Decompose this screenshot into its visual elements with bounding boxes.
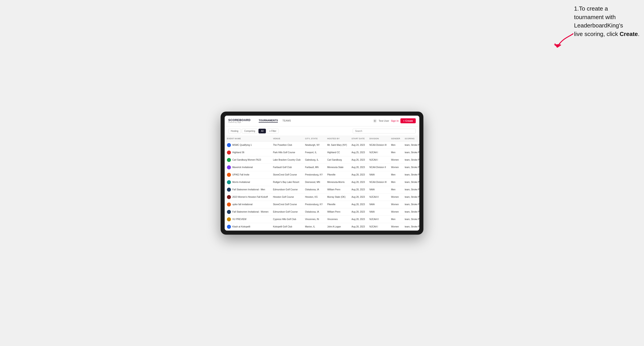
cell-city-state: Galesburg, IL xyxy=(303,156,325,164)
cell-start-date: Aug 24, 2023 xyxy=(349,141,367,149)
cell-venue: Faribault Golf Club xyxy=(270,164,302,171)
table-row: Klash at Kokopelli Kokopelli Golf Club M… xyxy=(225,223,419,230)
cell-start-date: Aug 28, 2023 xyxy=(349,178,367,186)
annotation-cta: Create xyxy=(620,31,638,37)
cell-division: NAIA xyxy=(367,171,389,178)
all-tab[interactable]: All xyxy=(258,129,266,133)
cell-event-name: Fall Statesmen Invitational - Men xyxy=(225,186,270,193)
create-button[interactable]: + Create xyxy=(400,118,416,123)
cell-hosted-by: Vincennes xyxy=(325,215,349,223)
cell-city-state: Prestonsburg, KY xyxy=(303,171,325,178)
team-logo xyxy=(227,217,231,221)
cell-hosted-by: William Penn xyxy=(325,208,349,215)
cell-city-state: Hesston, KS xyxy=(303,193,325,201)
cell-hosted-by: Carl Sandburg xyxy=(325,156,349,164)
cell-venue: Ruttger's Bay Lake Resort xyxy=(270,178,302,186)
settings-icon[interactable]: ⚙ xyxy=(373,119,377,123)
cell-event-name: upike fall invitational xyxy=(225,201,270,208)
annotation-container: 1.To create a tournament with Leaderboar… xyxy=(574,4,640,38)
cell-gender: Women xyxy=(389,208,402,215)
cell-venue: StoneCrest Golf Course xyxy=(270,201,302,208)
filter-button[interactable]: ≡ Filter xyxy=(267,129,279,133)
cell-event-name: Maverick Invitational xyxy=(225,164,270,171)
cell-event-name: Fall Statesmen Invitational - Women xyxy=(225,208,270,215)
cell-start-date: Aug 28, 2023 xyxy=(349,201,367,208)
cell-scoring: team, Stroke Play xyxy=(402,156,419,164)
cell-scoring: team, Stroke Play xyxy=(402,171,419,178)
col-hosted-by: HOSTED BY xyxy=(325,136,349,142)
event-name-text: Morris Invitational xyxy=(232,181,250,183)
cell-scoring: team, Stroke Play xyxy=(402,186,419,193)
cell-city-state: Marion, IL xyxy=(303,223,325,230)
main-nav: TOURNAMENTS TEAMS xyxy=(259,119,291,123)
cell-city-state: Deerwood, MN xyxy=(303,178,325,186)
logo-title: SCOREBOARD xyxy=(228,119,250,122)
svg-marker-0 xyxy=(554,44,560,47)
table-row: MSMC Qualifying 1 The Powelton Club Newb… xyxy=(225,141,419,149)
arrow-icon xyxy=(544,31,578,54)
team-logo xyxy=(227,143,231,147)
logo-subtitle: Powered by Clippt xyxy=(228,122,250,123)
nav-tournaments[interactable]: TOURNAMENTS xyxy=(259,119,278,123)
cell-division: NAIA xyxy=(367,201,389,208)
cell-hosted-by: Pikeville xyxy=(325,201,349,208)
cell-hosted-by: John A Logan xyxy=(325,223,349,230)
team-logo xyxy=(227,173,231,177)
cell-gender: Women xyxy=(389,164,402,171)
cell-division: NJCAA II xyxy=(367,215,389,223)
table-row: Fall Statesmen Invitational - Women Edmu… xyxy=(225,208,419,215)
cell-venue: Edmundson Golf Course xyxy=(270,186,302,193)
col-event-name: EVENT NAME xyxy=(225,136,270,142)
col-venue: VENUE xyxy=(270,136,302,142)
cell-scoring: team, Stroke Play xyxy=(402,201,419,208)
cell-division: NCAA Division III xyxy=(367,178,389,186)
hosting-tab[interactable]: Hosting xyxy=(228,129,241,133)
cell-division: NJCAA I xyxy=(367,223,389,230)
cell-venue: StoneCrest Golf Course xyxy=(270,171,302,178)
cell-division: NCAA Division III xyxy=(367,141,389,149)
event-name-text: Carl Sandburg Women FA23 xyxy=(232,159,261,161)
table-row: Fall Statesmen Invitational - Men Edmund… xyxy=(225,186,419,193)
nav-teams[interactable]: TEAMS xyxy=(282,119,291,122)
table-row: Maverick Invitational Faribault Golf Clu… xyxy=(225,164,419,171)
cell-gender: Women xyxy=(389,193,402,201)
cell-division: NJCAA I xyxy=(367,149,389,156)
cell-start-date: Aug 28, 2023 xyxy=(349,223,367,230)
annotation-line3: LeaderboardKing's xyxy=(574,22,623,29)
cell-scoring: team, Stroke Play xyxy=(402,164,419,171)
cell-gender: Women xyxy=(389,223,402,230)
team-logo xyxy=(227,210,231,214)
table-row: Highland 36 Park Hills Golf Course Freep… xyxy=(225,149,419,156)
col-gender: GENDER xyxy=(389,136,402,142)
competing-tab[interactable]: Competing xyxy=(242,129,258,133)
team-logo xyxy=(227,225,231,229)
cell-start-date: Aug 28, 2023 xyxy=(349,164,367,171)
cell-venue: Lake Bracken Country Club xyxy=(270,156,302,164)
cell-hosted-by: Pikeville xyxy=(325,171,349,178)
cell-city-state: Oskaloosa, IA xyxy=(303,186,325,193)
cell-gender: Men xyxy=(389,186,402,193)
cell-start-date: Aug 26, 2023 xyxy=(349,156,367,164)
user-label: Test User xyxy=(379,120,389,122)
cell-hosted-by: Minnesota State xyxy=(325,164,349,171)
cell-scoring: team, Stroke Play xyxy=(402,223,419,230)
cell-scoring: team, Stroke Play xyxy=(402,193,419,201)
annotation-line4: live scoring, click xyxy=(574,31,618,37)
sign-in-label[interactable]: Sign In xyxy=(391,120,398,122)
table-row: VU PREVIEW Cypress Hills Golf Club Vince… xyxy=(225,215,419,223)
event-name-text: UPIKE Fall Invite xyxy=(232,173,250,176)
team-logo xyxy=(227,151,231,155)
cell-gender: Men xyxy=(389,215,402,223)
event-name-text: MSMC Qualifying 1 xyxy=(232,144,252,146)
cell-gender: Men xyxy=(389,149,402,156)
table-row: Morris Invitational Ruttger's Bay Lake R… xyxy=(225,178,419,186)
cell-gender: Men xyxy=(389,141,402,149)
filters-bar: Hosting Competing All ≡ Filter xyxy=(225,126,419,136)
cell-gender: Women xyxy=(389,201,402,208)
cell-event-name: UPIKE Fall Invite xyxy=(225,171,270,178)
search-input[interactable] xyxy=(353,129,416,133)
cell-hosted-by: Mt. Saint Mary (NY) xyxy=(325,141,349,149)
cell-scoring: team, Stroke Play xyxy=(402,149,419,156)
cell-start-date: Aug 28, 2023 xyxy=(349,186,367,193)
cell-event-name: VU PREVIEW xyxy=(225,215,270,223)
